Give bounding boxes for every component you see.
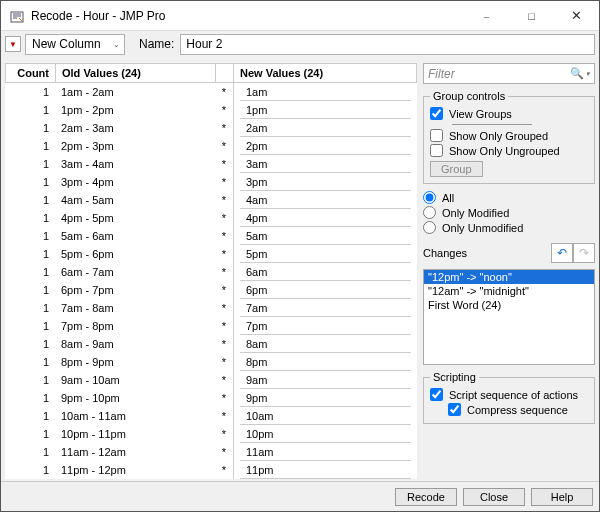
new-value-input[interactable] bbox=[240, 119, 411, 137]
radio-only-unmodified[interactable]: Only Unmodified bbox=[423, 220, 595, 235]
cell-modified-flag: * bbox=[215, 389, 233, 407]
cell-new-value[interactable] bbox=[233, 425, 417, 443]
cell-new-value[interactable] bbox=[233, 101, 417, 119]
cell-new-value[interactable] bbox=[233, 245, 417, 263]
cell-modified-flag: * bbox=[215, 209, 233, 227]
table-row[interactable]: 11pm - 2pm* bbox=[5, 101, 417, 119]
table-row[interactable]: 19pm - 10pm* bbox=[5, 389, 417, 407]
cell-new-value[interactable] bbox=[233, 209, 417, 227]
new-value-input[interactable] bbox=[240, 83, 411, 101]
new-value-input[interactable] bbox=[240, 443, 411, 461]
group-button[interactable]: Group bbox=[430, 161, 483, 177]
table-row[interactable]: 111am - 12am* bbox=[5, 443, 417, 461]
changes-list-item[interactable]: "12pm" -> "noon" bbox=[424, 270, 594, 284]
header-new[interactable]: New Values (24) bbox=[233, 63, 417, 83]
cell-new-value[interactable] bbox=[233, 191, 417, 209]
table-row[interactable]: 13am - 4am* bbox=[5, 155, 417, 173]
cell-new-value[interactable] bbox=[233, 461, 417, 479]
cell-new-value[interactable] bbox=[233, 335, 417, 353]
maximize-button[interactable]: □ bbox=[509, 1, 554, 30]
cell-new-value[interactable] bbox=[233, 137, 417, 155]
new-value-input[interactable] bbox=[240, 173, 411, 191]
cell-modified-flag: * bbox=[215, 425, 233, 443]
new-value-input[interactable] bbox=[240, 191, 411, 209]
new-value-input[interactable] bbox=[240, 389, 411, 407]
cell-old-value: 8am - 9am bbox=[55, 335, 215, 353]
table-row[interactable]: 16pm - 7pm* bbox=[5, 281, 417, 299]
header-old[interactable]: Old Values (24) bbox=[55, 63, 215, 83]
column-action-combo[interactable]: New Column ⌄ bbox=[25, 34, 125, 55]
table-row[interactable]: 17pm - 8pm* bbox=[5, 317, 417, 335]
script-sequence-checkbox[interactable]: Script sequence of actions bbox=[430, 387, 588, 402]
table-row[interactable]: 110am - 11am* bbox=[5, 407, 417, 425]
show-only-grouped-checkbox[interactable]: Show Only Grouped bbox=[430, 128, 588, 143]
table-row[interactable]: 110pm - 11pm* bbox=[5, 425, 417, 443]
cell-new-value[interactable] bbox=[233, 155, 417, 173]
new-value-input[interactable] bbox=[240, 353, 411, 371]
cell-new-value[interactable] bbox=[233, 407, 417, 425]
new-value-input[interactable] bbox=[240, 281, 411, 299]
new-value-input[interactable] bbox=[240, 227, 411, 245]
new-value-input[interactable] bbox=[240, 299, 411, 317]
new-value-input[interactable] bbox=[240, 209, 411, 227]
filter-input[interactable]: Filter 🔍 ▾ bbox=[423, 63, 595, 84]
table-row[interactable]: 13pm - 4pm* bbox=[5, 173, 417, 191]
cell-new-value[interactable] bbox=[233, 389, 417, 407]
cell-new-value[interactable] bbox=[233, 371, 417, 389]
new-value-input[interactable] bbox=[240, 461, 411, 479]
red-triangle-menu[interactable]: ▼ bbox=[5, 36, 21, 52]
table-row[interactable]: 14pm - 5pm* bbox=[5, 209, 417, 227]
close-button[interactable]: ✕ bbox=[554, 1, 599, 30]
cell-new-value[interactable] bbox=[233, 317, 417, 335]
header-count[interactable]: Count bbox=[5, 63, 55, 83]
new-value-input[interactable] bbox=[240, 101, 411, 119]
table-row[interactable]: 14am - 5am* bbox=[5, 191, 417, 209]
cell-new-value[interactable] bbox=[233, 299, 417, 317]
new-value-input[interactable] bbox=[240, 245, 411, 263]
new-value-input[interactable] bbox=[240, 425, 411, 443]
changes-list-item[interactable]: "12am" -> "midnight" bbox=[424, 284, 594, 298]
cell-new-value[interactable] bbox=[233, 353, 417, 371]
recode-button[interactable]: Recode bbox=[395, 488, 457, 506]
radio-all[interactable]: All bbox=[423, 190, 595, 205]
cell-new-value[interactable] bbox=[233, 263, 417, 281]
new-value-input[interactable] bbox=[240, 155, 411, 173]
help-button[interactable]: Help bbox=[531, 488, 593, 506]
table-row[interactable]: 11am - 2am* bbox=[5, 83, 417, 101]
chevron-down-icon: ⌄ bbox=[113, 40, 120, 49]
new-value-input[interactable] bbox=[240, 371, 411, 389]
new-value-input[interactable] bbox=[240, 137, 411, 155]
new-value-input[interactable] bbox=[240, 407, 411, 425]
table-row[interactable]: 12pm - 3pm* bbox=[5, 137, 417, 155]
cell-new-value[interactable] bbox=[233, 119, 417, 137]
undo-button[interactable]: ↶ bbox=[551, 243, 573, 263]
cell-new-value[interactable] bbox=[233, 173, 417, 191]
minimize-button[interactable]: – bbox=[464, 1, 509, 30]
table-row[interactable]: 15am - 6am* bbox=[5, 227, 417, 245]
table-row[interactable]: 19am - 10am* bbox=[5, 371, 417, 389]
table-row[interactable]: 18am - 9am* bbox=[5, 335, 417, 353]
changes-list[interactable]: "12pm" -> "noon""12am" -> "midnight"Firs… bbox=[423, 269, 595, 365]
cell-new-value[interactable] bbox=[233, 227, 417, 245]
new-value-input[interactable] bbox=[240, 263, 411, 281]
cell-new-value[interactable] bbox=[233, 443, 417, 461]
view-groups-checkbox[interactable]: View Groups bbox=[430, 106, 588, 121]
new-value-input[interactable] bbox=[240, 317, 411, 335]
cell-new-value[interactable] bbox=[233, 281, 417, 299]
compress-sequence-checkbox[interactable]: Compress sequence bbox=[448, 402, 588, 417]
table-row[interactable]: 18pm - 9pm* bbox=[5, 353, 417, 371]
close-dialog-button[interactable]: Close bbox=[463, 488, 525, 506]
cell-new-value[interactable] bbox=[233, 83, 417, 101]
table-row[interactable]: 12am - 3am* bbox=[5, 119, 417, 137]
changes-list-item[interactable]: First Word (24) bbox=[424, 298, 594, 312]
new-value-input[interactable] bbox=[240, 335, 411, 353]
header-modified-flag[interactable] bbox=[215, 63, 233, 83]
redo-button[interactable]: ↷ bbox=[573, 243, 595, 263]
table-row[interactable]: 16am - 7am* bbox=[5, 263, 417, 281]
table-row[interactable]: 15pm - 6pm* bbox=[5, 245, 417, 263]
table-row[interactable]: 111pm - 12pm* bbox=[5, 461, 417, 479]
name-input[interactable]: Hour 2 bbox=[180, 34, 595, 55]
table-row[interactable]: 17am - 8am* bbox=[5, 299, 417, 317]
show-only-ungrouped-checkbox[interactable]: Show Only Ungrouped bbox=[430, 143, 588, 158]
radio-only-modified[interactable]: Only Modified bbox=[423, 205, 595, 220]
